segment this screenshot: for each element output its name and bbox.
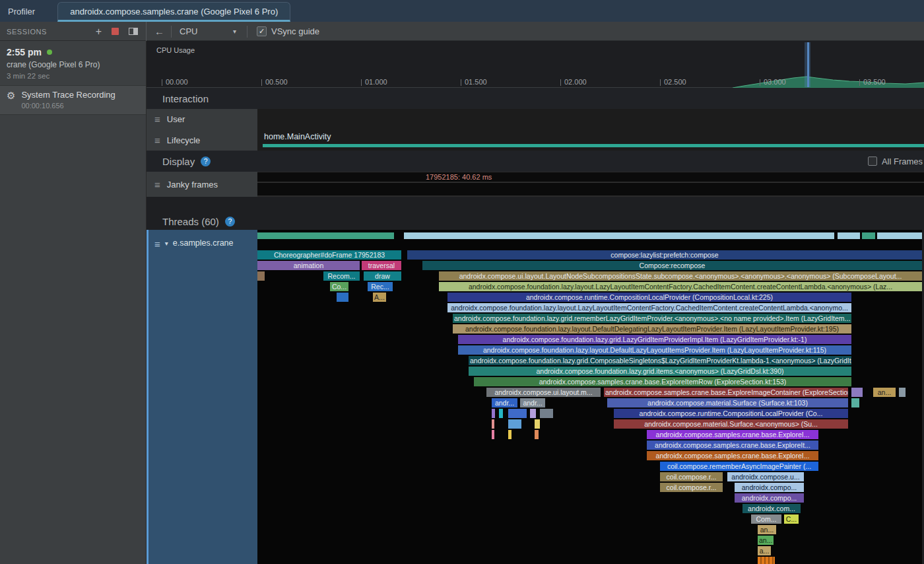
flame-bar[interactable]: Compose:recompose (422, 261, 922, 270)
flame-bar[interactable]: androidx.compose.ui.layout.LayoutNodeSub… (439, 271, 922, 281)
flame-bar[interactable]: coil.compose.r... (660, 483, 723, 492)
all-frames-toggle[interactable]: All Frames (868, 157, 924, 166)
cpu-usage-timeline[interactable]: CPU Usage 00.00000.50001.00001.50002.000… (147, 41, 924, 88)
flame-bar[interactable]: androidx.compose.u... (727, 472, 804, 481)
flame-bar[interactable] (508, 419, 521, 429)
flame-bar[interactable]: androidx.compose.foundation.lazy.layout.… (447, 303, 851, 312)
flame-chart[interactable]: Choreographer#doFrame 17952183compose:la… (257, 230, 922, 564)
session-tab[interactable]: androidx.compose.samples.crane (Google P… (57, 2, 290, 22)
thread-state-segment[interactable] (404, 232, 834, 239)
flame-bar[interactable]: androidx.compose.foundation.lazy.grid.La… (458, 335, 851, 344)
janky-frames-track-label[interactable]: ≡ Janky frames (147, 172, 257, 197)
thread-state-segment[interactable] (838, 232, 860, 239)
janky-frame-bar[interactable]: 17952185: 40.62 ms (257, 172, 924, 182)
drag-handle-icon[interactable]: ≡ (154, 179, 160, 190)
system-trace-recording-item[interactable]: ⚙ System Trace Recording 00:00:10.656 (0, 85, 146, 115)
collapse-panel-button[interactable] (129, 28, 138, 35)
flame-bar[interactable] (540, 409, 553, 418)
flame-bar[interactable]: androidx.compose.foundation.lazy.grid.Co… (469, 356, 851, 365)
flame-bar[interactable] (337, 293, 348, 302)
flame-bar[interactable]: androidx.compo... (735, 493, 804, 503)
help-icon[interactable]: ? (201, 157, 211, 166)
thread-state-segment[interactable] (257, 232, 394, 239)
flame-bar[interactable] (535, 419, 540, 429)
flame-bar[interactable]: androidx.compose.samples.crane.base.Expl… (647, 441, 818, 450)
flame-bar[interactable] (535, 430, 539, 439)
drag-handle-icon[interactable]: ≡ (154, 135, 160, 146)
flame-bar[interactable]: androidx.compose.material.Surface (Surfa… (607, 398, 848, 407)
time-tick-label: 03.000 (760, 78, 786, 86)
flame-bar[interactable]: androidx.compose.foundation.lazy.grid.it… (469, 367, 851, 376)
flame-bar[interactable]: androidx.compose.runtime.CompositionLoca… (447, 293, 851, 302)
flame-bar[interactable] (508, 409, 527, 418)
thread-state-segment[interactable] (877, 232, 922, 239)
flame-bar[interactable]: an... (758, 525, 776, 534)
flame-bar[interactable]: androidx.compose.samples.crane.base.Expl… (604, 388, 848, 397)
flame-bar[interactable]: compose:lazylist:prefetch:compose (407, 250, 922, 260)
help-icon[interactable]: ? (225, 217, 235, 227)
flame-bar[interactable]: Choreographer#doFrame 17952183 (257, 250, 401, 260)
flame-bar[interactable]: animation (257, 261, 360, 270)
flame-bar[interactable]: traversal (362, 261, 401, 270)
lifecycle-track-label[interactable]: ≡ Lifecycle (147, 129, 257, 151)
flame-bar[interactable]: draw (364, 271, 401, 281)
thread-state-segment[interactable] (862, 232, 875, 239)
activity-lifecycle-bar[interactable] (263, 144, 924, 147)
flame-bar[interactable] (530, 409, 536, 418)
flame-bar[interactable] (257, 271, 265, 281)
drag-handle-icon[interactable]: ≡ (154, 114, 160, 125)
back-button[interactable]: ← (154, 26, 164, 37)
flame-bar[interactable]: androidx.com... (742, 504, 801, 513)
vsync-guide-toggle[interactable]: ✓ VSync guide (257, 26, 319, 36)
flame-bar[interactable]: androidx.compose.material.Surface.<anony… (614, 419, 848, 429)
flame-bar[interactable]: an... (873, 388, 896, 397)
flame-bar[interactable] (492, 409, 495, 418)
profiler-main: CPU Usage 00.00000.50001.00001.50002.000… (147, 41, 924, 564)
flame-bar[interactable]: Recom... (323, 271, 360, 281)
flame-bar[interactable]: androidx.compose.foundation.lazy.layout.… (453, 324, 851, 334)
add-session-button[interactable]: + (96, 26, 102, 37)
thread-label-panel[interactable]: ≡ ▾ e.samples.crane (147, 230, 257, 564)
janky-frame-bar[interactable] (257, 183, 924, 195)
flame-bar[interactable] (508, 430, 512, 439)
flame-bar[interactable]: androidx.compose.samples.crane.base.Expl… (474, 377, 851, 386)
collapse-thread-icon[interactable]: ▾ (165, 240, 168, 247)
stop-recording-button[interactable] (112, 28, 119, 35)
flame-bar[interactable] (851, 398, 859, 407)
flame-bar[interactable]: coil.compose.r... (660, 472, 723, 481)
flame-bar[interactable]: androidx.compose.samples.crane.base.Expl… (647, 430, 818, 439)
vsync-checkbox[interactable]: ✓ (257, 26, 267, 36)
flame-bar[interactable] (851, 388, 863, 397)
user-track-label[interactable]: ≡ User (147, 109, 257, 129)
flame-bar[interactable]: androidx.compose.foundation.lazy.layout.… (458, 345, 851, 355)
flame-bar[interactable]: androidx.compose.foundation.lazy.grid.re… (453, 314, 851, 323)
flame-bar[interactable]: an... (758, 536, 774, 545)
flame-bar[interactable]: A... (373, 293, 386, 302)
flame-bar[interactable]: androidx.compose.ui.layout.m... (486, 388, 601, 397)
flame-bar[interactable]: andr... (492, 398, 517, 407)
flame-bar[interactable] (758, 557, 775, 564)
lifecycle-track-canvas[interactable]: home.MainActivity (257, 129, 924, 151)
flame-bar[interactable] (492, 430, 494, 439)
flame-bar[interactable] (492, 419, 494, 429)
flame-bar[interactable]: androidx.compose.foundation.lazy.layout.… (439, 282, 922, 291)
flame-bar[interactable]: androidx.compose.samples.crane.base.Expl… (647, 451, 818, 460)
janky-frames-canvas[interactable]: 17952185: 40.62 ms (257, 172, 924, 197)
flame-bar[interactable] (499, 409, 503, 418)
flame-bar[interactable]: androidx.compose.runtime.CompositionLoca… (614, 409, 848, 418)
all-frames-checkbox[interactable] (868, 157, 877, 166)
flame-bar[interactable]: a... (758, 546, 771, 555)
cpu-dropdown[interactable]: CPU ▾ (180, 26, 240, 36)
flame-bar[interactable]: Rec... (368, 282, 393, 291)
flame-bar[interactable]: andr... (520, 398, 545, 407)
flame-bar[interactable] (899, 388, 906, 397)
session-item[interactable]: 2:55 pm crane (Google Pixel 6 Pro) 3 min… (0, 41, 146, 85)
flame-bar[interactable]: Com... (751, 514, 781, 524)
user-track-canvas[interactable] (257, 109, 924, 129)
flame-bar[interactable]: C... (784, 514, 799, 524)
flame-bar[interactable]: coil.compose.rememberAsyncImagePainter (… (660, 462, 818, 471)
drag-handle-icon[interactable]: ≡ (154, 238, 160, 250)
flame-bar[interactable]: Co... (330, 282, 348, 291)
threads-section-header: Threads (60) ? (147, 213, 924, 230)
flame-bar[interactable]: androidx.compo... (735, 483, 804, 492)
